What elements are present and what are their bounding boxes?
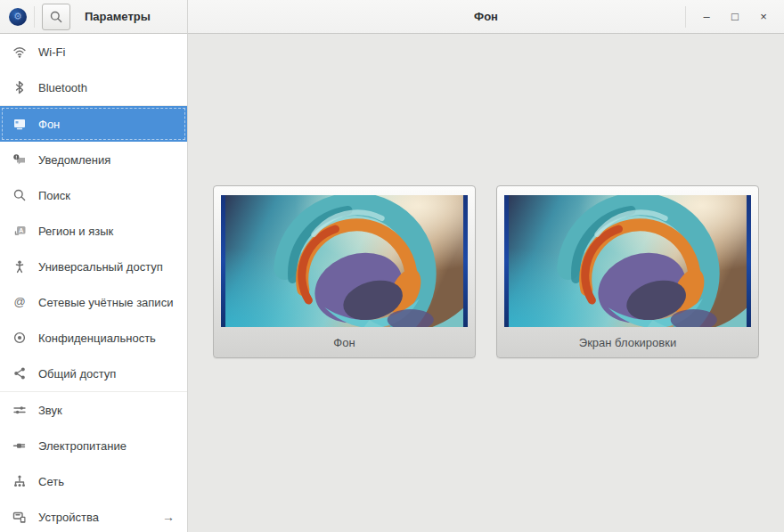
- search-icon: [12, 188, 27, 202]
- accessibility-icon: [12, 259, 27, 274]
- sidebar-item-label: Фон: [38, 118, 60, 131]
- minimize-button[interactable]: –: [695, 5, 718, 29]
- background-cards: Фон Экран блокировки: [188, 34, 784, 358]
- app-title: Параметры: [85, 10, 151, 23]
- headerbar: ⚙ Параметры Фон – □ ×: [0, 0, 784, 34]
- sidebar-item-online-accounts[interactable]: @ Сетевые учётные записи: [0, 284, 187, 320]
- at-glyph: @: [13, 295, 25, 308]
- sidebar-item-network[interactable]: Сеть: [0, 463, 187, 499]
- lock-screen-card[interactable]: Экран блокировки: [496, 185, 759, 358]
- search-icon: [49, 10, 63, 24]
- sidebar-item-search[interactable]: Поиск: [0, 177, 187, 213]
- sidebar-item-notifications[interactable]: Уведомления: [0, 142, 187, 177]
- search-button[interactable]: [42, 4, 70, 30]
- sidebar-item-label: Bluetooth: [38, 81, 87, 94]
- region-language-icon: A: [12, 224, 27, 238]
- sidebar-item-accessibility[interactable]: Универсальный доступ: [0, 249, 187, 284]
- background-card-label: Фон: [333, 327, 355, 357]
- sidebar-item-label: Конфиденциальность: [38, 331, 156, 345]
- sidebar-item-label: Уведомления: [38, 153, 110, 167]
- sidebar-item-label: Сеть: [38, 475, 64, 488]
- sidebar-item-label: Универсальный доступ: [38, 260, 163, 274]
- settings-sidebar: Wi-Fi Bluetooth: [0, 34, 188, 532]
- notifications-icon: [12, 152, 27, 167]
- close-button[interactable]: ×: [752, 5, 775, 29]
- app-icon: ⚙: [9, 8, 27, 26]
- network-icon: [12, 474, 27, 488]
- sidebar-item-background[interactable]: Фон: [0, 106, 187, 142]
- sidebar-headerbar: ⚙ Параметры: [0, 0, 188, 34]
- sidebar-item-power[interactable]: Электропитание: [0, 428, 187, 463]
- window-controls: – □ ×: [685, 5, 784, 29]
- lock-screen-card-label: Экран блокировки: [579, 327, 676, 357]
- wifi-icon: [12, 45, 27, 59]
- sharing-icon: [12, 366, 27, 381]
- sidebar-item-label: Электропитание: [38, 439, 127, 453]
- background-card[interactable]: Фон: [213, 185, 476, 358]
- sidebar-item-label: Звук: [38, 404, 62, 417]
- bluetooth-icon: [12, 80, 27, 94]
- controls-separator: [685, 6, 686, 28]
- sidebar-item-label: Устройства: [38, 511, 99, 524]
- sidebar-item-label: Wi-Fi: [38, 45, 65, 59]
- sidebar-item-label: Сетевые учётные записи: [38, 296, 173, 309]
- privacy-icon: [12, 331, 27, 345]
- sidebar-item-region-language[interactable]: A Регион и язык: [0, 213, 187, 249]
- online-accounts-icon: @: [12, 295, 27, 309]
- sidebar-item-sound[interactable]: Звук: [0, 392, 187, 428]
- maximize-button[interactable]: □: [723, 5, 747, 29]
- devices-icon: [12, 510, 27, 524]
- background-wallpaper-thumbnail: [221, 195, 468, 327]
- sidebar-item-wifi[interactable]: Wi-Fi: [0, 34, 187, 70]
- power-icon: [12, 438, 27, 453]
- settings-window: ⚙ Параметры Фон – □ ×: [0, 0, 784, 532]
- svg-text:A: A: [19, 226, 24, 234]
- devices-arrow-icon: →: [162, 510, 175, 524]
- sidebar-item-privacy[interactable]: Конфиденциальность: [0, 320, 187, 356]
- background-panel: Фон Экран блокировки: [188, 34, 784, 532]
- lock-screen-wallpaper-thumbnail: [504, 195, 751, 327]
- sound-icon: [12, 403, 27, 417]
- sidebar-item-label: Регион и язык: [38, 225, 113, 238]
- header-separator: [34, 6, 35, 28]
- panel-headerbar: Фон – □ ×: [188, 0, 784, 34]
- background-icon: [12, 117, 27, 131]
- sidebar-item-label: Общий доступ: [38, 367, 116, 381]
- sidebar-item-bluetooth[interactable]: Bluetooth: [0, 70, 187, 105]
- sidebar-item-label: Поиск: [38, 189, 70, 202]
- sidebar-item-devices[interactable]: Устройства →: [0, 499, 187, 532]
- sidebar-item-sharing[interactable]: Общий доступ: [0, 356, 187, 391]
